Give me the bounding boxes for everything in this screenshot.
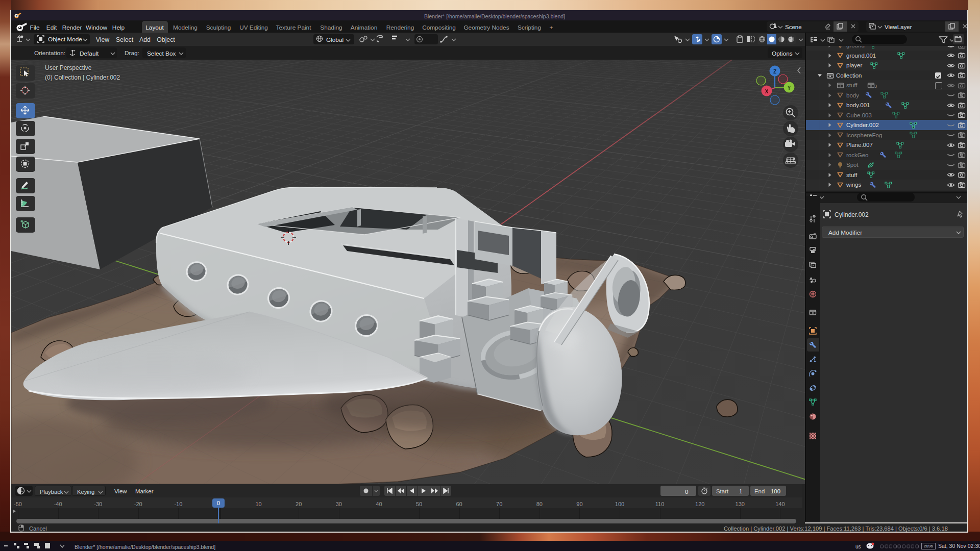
svg-text:Y: Y (788, 85, 791, 91)
svg-text:X: X (765, 89, 769, 94)
svg-text:Z: Z (773, 69, 776, 74)
